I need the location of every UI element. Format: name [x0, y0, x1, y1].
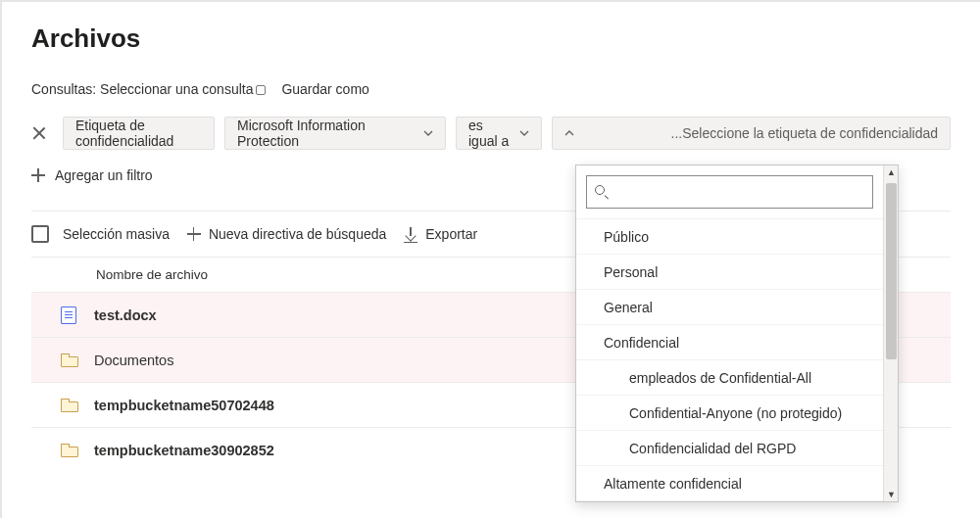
checkbox-icon	[31, 225, 49, 243]
dropdown-search-input[interactable]	[586, 175, 873, 209]
document-icon	[61, 306, 78, 324]
page-title: Archivos	[31, 24, 951, 54]
search-icon	[595, 185, 609, 199]
popup-indicator-icon	[256, 85, 266, 95]
download-icon	[404, 227, 417, 241]
dropdown-option[interactable]: Altamente confidencial	[576, 465, 883, 500]
chevron-up-icon	[564, 128, 574, 138]
dropdown-scrollbar[interactable]: ▲ ▼	[883, 165, 898, 501]
save-as-link[interactable]: Guardar como	[281, 81, 368, 97]
dropdown-option[interactable]: Público	[576, 218, 883, 254]
filter-provider-dropdown[interactable]: Microsoft Information Protection	[224, 117, 446, 150]
dropdown-option[interactable]: Confidencialidad del RGPD	[576, 430, 883, 465]
scroll-up-icon[interactable]: ▲	[884, 165, 899, 179]
plus-icon	[187, 227, 201, 241]
file-name: Documentos	[94, 353, 173, 368]
select-query-link[interactable]: Seleccionar una consulta	[100, 81, 270, 97]
remove-filter-icon[interactable]	[31, 125, 47, 141]
chevron-down-icon	[423, 128, 433, 138]
dropdown-option[interactable]: Personal	[576, 254, 883, 289]
filter-value-dropdown[interactable]: ...Seleccione la etiqueta de confidencia…	[552, 117, 951, 150]
queries-label: Consultas:	[31, 81, 96, 97]
filter-operator-dropdown[interactable]: es igual a	[456, 117, 542, 150]
queries-bar: Consultas: Seleccionar una consulta Guar…	[31, 81, 951, 97]
folder-icon	[61, 353, 78, 367]
sensitivity-label-dropdown-panel: PúblicoPersonalGeneralConfidencialemplea…	[575, 165, 899, 502]
dropdown-option[interactable]: Highly Confidential-All Employees	[576, 500, 883, 501]
file-name: test.docx	[94, 307, 157, 323]
dropdown-option[interactable]: empleados de Confidential-All	[576, 359, 883, 395]
scroll-down-icon[interactable]: ▼	[884, 488, 899, 501]
filter-field-label: Etiqueta de confidencialidad	[63, 117, 215, 150]
new-search-policy-button[interactable]: Nueva directiva de búsqueda	[187, 226, 386, 242]
scroll-thumb[interactable]	[886, 183, 897, 359]
file-name: tempbucketname30902852	[94, 443, 274, 458]
folder-icon	[61, 444, 78, 457]
export-button[interactable]: Exportar	[404, 226, 477, 242]
folder-icon	[61, 399, 78, 412]
file-name: tempbucketname50702448	[94, 398, 274, 413]
dropdown-option[interactable]: Confidencial	[576, 324, 883, 359]
bulk-select-checkbox[interactable]: Selección masiva	[31, 225, 170, 243]
plus-icon	[31, 168, 45, 182]
chevron-down-icon	[519, 128, 529, 138]
dropdown-search-field[interactable]	[616, 183, 864, 201]
dropdown-option[interactable]: General	[576, 289, 883, 324]
dropdown-option[interactable]: Confidential-Anyone (no protegido)	[576, 395, 883, 430]
